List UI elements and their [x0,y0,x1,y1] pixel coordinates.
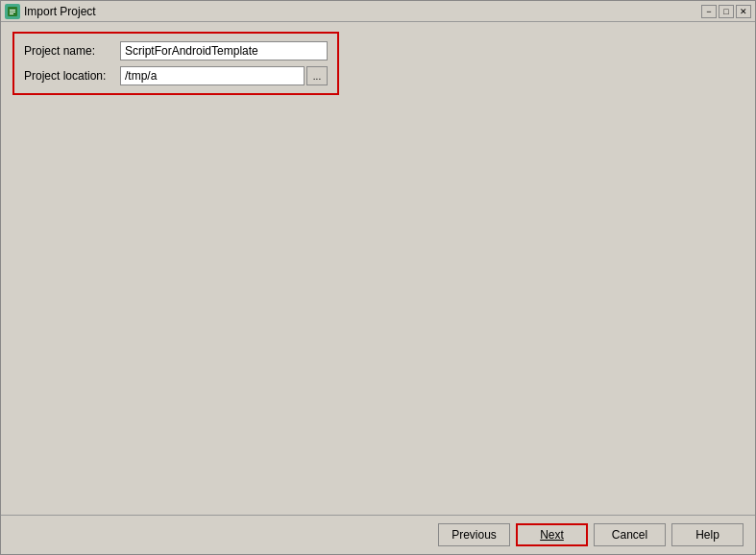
project-name-input-wrapper [120,41,328,60]
button-bar: Previous Next Cancel Help [1,515,755,554]
svg-rect-1 [10,10,15,11]
svg-rect-2 [10,12,15,12]
window-title: Import Project [24,5,96,18]
title-bar-left: Import Project [5,4,96,19]
project-location-row: Project location: ... [24,66,328,85]
project-name-row: Project name: [24,41,328,60]
project-location-input[interactable] [120,66,305,85]
content-area: Project name: Project location: ... [1,22,755,515]
import-project-window: Import Project − □ ✕ Project name: Proje… [0,0,756,555]
app-icon [5,4,20,19]
project-location-input-wrapper: ... [120,66,328,85]
next-button[interactable]: Next [516,523,588,546]
restore-button[interactable]: □ [719,5,734,18]
cancel-button[interactable]: Cancel [594,523,666,546]
svg-rect-3 [10,13,13,14]
project-name-input[interactable] [120,41,328,60]
project-form-section: Project name: Project location: ... [12,32,339,95]
help-button[interactable]: Help [671,523,744,546]
close-button[interactable]: ✕ [736,5,751,18]
previous-button[interactable]: Previous [438,523,510,546]
project-name-label: Project name: [24,44,120,58]
content-spacer [12,95,744,505]
minimize-button[interactable]: − [701,5,717,18]
browse-button[interactable]: ... [306,66,328,85]
window-controls: − □ ✕ [701,5,751,18]
project-location-label: Project location: [24,69,120,83]
title-bar: Import Project − □ ✕ [1,1,755,22]
